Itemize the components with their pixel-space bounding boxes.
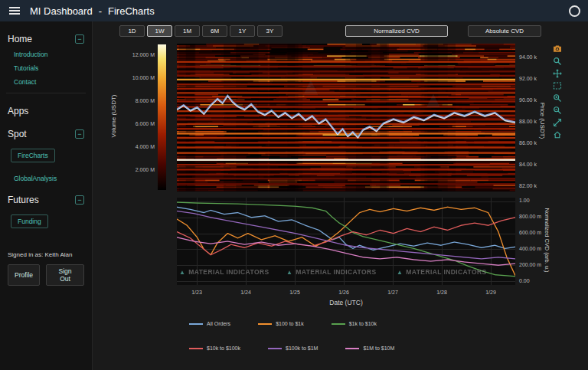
sidebar-item-firecharts[interactable]: FireCharts	[11, 149, 55, 162]
sidebar-section-futures-label: Futures	[8, 195, 39, 205]
legend-swatch	[189, 323, 203, 325]
modebar-zoom-out-button[interactable]	[552, 106, 562, 116]
watermark-triangle-icon: ▲	[397, 269, 403, 276]
account-buttons: Profile Sign Out	[8, 264, 84, 286]
sidebar-divider	[6, 93, 86, 93]
legend-swatch	[345, 348, 359, 349]
watermark-text: MATERIAL INDICATORS	[406, 268, 486, 276]
legend-item-10k-to-100k[interactable]: $10k to $100k	[189, 345, 240, 351]
date-tick: 1/25	[283, 290, 306, 295]
modebar-zoom-button[interactable]	[552, 57, 562, 67]
legend-item-all-orders[interactable]: All Orders	[189, 321, 230, 326]
volume-colorbar	[158, 44, 166, 190]
sidebar-item-tutorials[interactable]: Tutorials	[14, 64, 84, 72]
watermark-text: MATERIAL INDICATORS	[188, 268, 269, 276]
sidebar-item-introduction[interactable]: Introduction	[14, 51, 84, 58]
status-circle-icon[interactable]	[569, 5, 580, 17]
sidebar-item-funding[interactable]: Funding	[11, 214, 48, 228]
volume-tick: 4.000 M	[112, 144, 155, 149]
plot-modebar	[552, 44, 562, 140]
app-title: MI Dashboard	[30, 5, 93, 17]
sidebar-section-home-label: Home	[8, 34, 32, 44]
date-axis-title: Date (UTC)	[312, 299, 381, 306]
watermark-text: MATERIAL INDICATORS	[296, 268, 376, 276]
watermark-triangle-icon: ▲	[179, 269, 185, 276]
modebar-camera-button[interactable]	[552, 44, 562, 54]
date-tick: 1/23	[185, 290, 208, 295]
sign-out-button[interactable]: Sign Out	[46, 264, 84, 286]
price-tick: 94.00 k	[519, 54, 550, 60]
modebar-zoom-in-button[interactable]	[552, 93, 562, 103]
header-title: MI Dashboard - FireCharts	[30, 5, 155, 17]
sidebar-heading-apps-label: Apps	[8, 106, 28, 116]
collapse-home-button[interactable]: −	[75, 34, 84, 44]
legend-item-1k-to-10k[interactable]: $1k to $10k	[332, 321, 377, 326]
heatmap-canvas[interactable]	[177, 44, 515, 192]
modebar-pan-button[interactable]	[552, 69, 562, 79]
date-tick: 1/26	[332, 290, 355, 295]
main-content: 1D 1W 1M 6M 1Y 3Y Normalized CVD Absolut…	[93, 21, 588, 370]
legend-swatch	[332, 323, 345, 325]
modebar-reset-axes-button[interactable]	[552, 130, 562, 140]
collapse-spot-button[interactable]: −	[75, 129, 84, 139]
volume-tick: 8.000 M	[112, 98, 155, 103]
menu-toggle-button[interactable]	[8, 5, 21, 17]
autoscale-icon	[553, 118, 562, 127]
heatmap-watermark-logo: ▲	[422, 88, 445, 111]
firecharts-figure: Volume (USDT) 12.000 M 10.000 M 8.000 M …	[93, 21, 588, 370]
heatmap-plot[interactable]: ▲ ▲	[177, 44, 515, 192]
profile-button[interactable]: Profile	[8, 264, 40, 286]
cvd-axis-title: Normalized CVD (arb. u.)	[544, 187, 550, 294]
price-axis-title: Price (USDT)	[539, 79, 546, 163]
signed-in-text: Signed in as: Keith Alan	[8, 251, 84, 258]
sidebar-item-globalanalysis[interactable]: GlobalAnalysis	[14, 175, 84, 182]
collapse-futures-button[interactable]: −	[75, 195, 84, 205]
camera-icon	[553, 44, 562, 54]
chart-legend-row-2: $10k to $100k $100k to $1M $1M to $10M	[189, 345, 394, 351]
volume-tick: 12.000 M	[112, 52, 155, 57]
date-tick: 1/28	[430, 290, 453, 295]
date-tick: 1/27	[381, 290, 404, 295]
modebar-box-select-button[interactable]	[552, 81, 562, 91]
material-indicators-watermark: ▲MATERIAL INDICATORS	[179, 268, 270, 276]
app-header: MI Dashboard - FireCharts	[0, 0, 588, 21]
sidebar-section-home: Home −	[8, 34, 84, 44]
modebar-autoscale-button[interactable]	[552, 118, 562, 128]
sidebar-section-spot-label: Spot	[8, 129, 27, 139]
material-indicators-watermark: ▲MATERIAL INDICATORS	[397, 268, 487, 276]
volume-tick: 2.000 M	[112, 167, 155, 172]
sidebar-heading-apps: Apps	[8, 106, 84, 116]
title-separator: -	[99, 5, 102, 17]
sidebar-section-spot: Spot −	[8, 129, 84, 139]
box-select-icon	[553, 81, 562, 90]
legend-item-100-to-1k[interactable]: $100 to $1k	[258, 321, 304, 326]
zoom-in-icon	[553, 93, 562, 103]
sidebar-item-contact[interactable]: Contact	[14, 78, 84, 86]
material-indicators-watermark: ▲MATERIAL INDICATORS	[286, 268, 377, 276]
page-title: FireCharts	[108, 5, 155, 17]
legend-item-100k-to-1m[interactable]: $100k to $1M	[268, 345, 318, 351]
date-tick: 1/24	[234, 290, 257, 295]
heatmap-watermark-logo: ▲	[299, 74, 322, 97]
volume-tick: 10.000 M	[112, 75, 155, 80]
legend-swatch	[258, 323, 272, 325]
watermark-triangle-icon: ▲	[286, 269, 292, 276]
chart-legend-row-1: All Orders $100 to $1k $1k to $10k	[189, 321, 377, 326]
legend-item-1m-to-10m[interactable]: $1M to $10M	[345, 345, 394, 351]
zoom-out-icon	[553, 106, 562, 115]
zoom-icon	[553, 57, 562, 66]
sidebar: Home − Introduction Tutorials Contact Ap…	[0, 21, 93, 370]
sidebar-section-futures: Futures −	[8, 195, 84, 205]
date-tick: 1/29	[479, 290, 502, 295]
volume-tick: 6.000 M	[112, 121, 155, 126]
legend-swatch	[268, 348, 282, 349]
legend-swatch	[189, 348, 203, 349]
pan-icon	[553, 69, 562, 78]
reset-axes-home-icon	[553, 130, 562, 139]
